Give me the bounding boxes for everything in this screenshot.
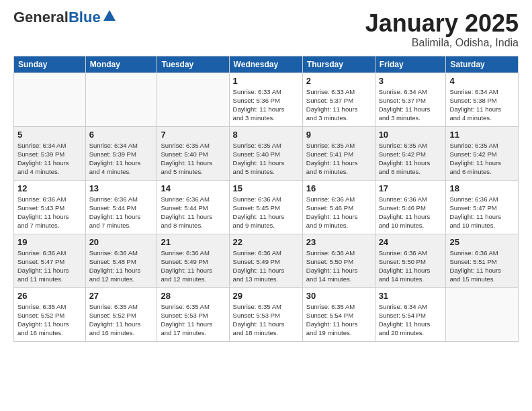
calendar-cell: 31Sunrise: 6:34 AM Sunset: 5:54 PM Dayli… (375, 287, 446, 341)
calendar-cell: 11Sunrise: 6:35 AM Sunset: 5:42 PM Dayli… (446, 126, 519, 180)
calendar-cell: 6Sunrise: 6:34 AM Sunset: 5:39 PM Daylig… (85, 126, 157, 180)
day-info: Sunrise: 6:36 AM Sunset: 5:44 PM Dayligh… (89, 195, 154, 230)
day-info: Sunrise: 6:35 AM Sunset: 5:42 PM Dayligh… (449, 141, 515, 177)
calendar-cell: 17Sunrise: 6:36 AM Sunset: 5:46 PM Dayli… (375, 180, 446, 234)
day-number: 20 (89, 237, 154, 247)
day-number: 2 (306, 76, 371, 86)
day-info: Sunrise: 6:36 AM Sunset: 5:50 PM Dayligh… (306, 248, 371, 284)
day-info: Sunrise: 6:36 AM Sunset: 5:49 PM Dayligh… (161, 248, 225, 284)
day-info: Sunrise: 6:36 AM Sunset: 5:51 PM Dayligh… (449, 248, 515, 284)
logo-general-text: General (13, 9, 69, 26)
calendar-cell: 20Sunrise: 6:36 AM Sunset: 5:48 PM Dayli… (85, 234, 157, 287)
day-info: Sunrise: 6:36 AM Sunset: 5:44 PM Dayligh… (161, 195, 225, 230)
day-info: Sunrise: 6:35 AM Sunset: 5:52 PM Dayligh… (89, 302, 154, 338)
calendar-cell: 13Sunrise: 6:36 AM Sunset: 5:44 PM Dayli… (85, 180, 157, 234)
day-number: 5 (17, 130, 82, 140)
calendar-cell: 10Sunrise: 6:35 AM Sunset: 5:42 PM Dayli… (375, 126, 446, 180)
calendar-cell: 8Sunrise: 6:35 AM Sunset: 5:40 PM Daylig… (229, 126, 302, 180)
day-info: Sunrise: 6:36 AM Sunset: 5:46 PM Dayligh… (379, 195, 443, 230)
day-info: Sunrise: 6:35 AM Sunset: 5:53 PM Dayligh… (161, 302, 225, 338)
calendar-cell: 19Sunrise: 6:36 AM Sunset: 5:47 PM Dayli… (14, 234, 86, 287)
header-thursday: Thursday (302, 56, 375, 73)
day-number: 25 (449, 237, 515, 247)
day-info: Sunrise: 6:36 AM Sunset: 5:48 PM Dayligh… (89, 248, 154, 284)
day-number: 24 (379, 237, 443, 247)
calendar-cell: 3Sunrise: 6:34 AM Sunset: 5:37 PM Daylig… (375, 73, 446, 126)
calendar-cell: 23Sunrise: 6:36 AM Sunset: 5:50 PM Dayli… (302, 234, 375, 287)
week-row: 12Sunrise: 6:36 AM Sunset: 5:43 PM Dayli… (14, 180, 519, 234)
calendar-cell: 22Sunrise: 6:36 AM Sunset: 5:49 PM Dayli… (229, 234, 302, 287)
day-info: Sunrise: 6:36 AM Sunset: 5:45 PM Dayligh… (233, 195, 299, 230)
header-tuesday: Tuesday (157, 56, 229, 73)
day-info: Sunrise: 6:34 AM Sunset: 5:38 PM Dayligh… (449, 87, 515, 123)
day-number: 15 (233, 183, 299, 193)
calendar-cell (14, 73, 86, 126)
day-number: 16 (306, 183, 371, 193)
calendar-cell: 9Sunrise: 6:35 AM Sunset: 5:41 PM Daylig… (302, 126, 375, 180)
location-subtitle: Balimila, Odisha, India (365, 37, 519, 49)
day-number: 3 (379, 76, 443, 86)
day-info: Sunrise: 6:34 AM Sunset: 5:39 PM Dayligh… (89, 141, 154, 177)
day-info: Sunrise: 6:35 AM Sunset: 5:54 PM Dayligh… (306, 302, 371, 338)
calendar-cell: 28Sunrise: 6:35 AM Sunset: 5:53 PM Dayli… (157, 287, 229, 341)
week-row: 5Sunrise: 6:34 AM Sunset: 5:39 PM Daylig… (14, 126, 519, 180)
calendar-cell: 15Sunrise: 6:36 AM Sunset: 5:45 PM Dayli… (229, 180, 302, 234)
day-number: 18 (449, 183, 515, 193)
week-row: 26Sunrise: 6:35 AM Sunset: 5:52 PM Dayli… (14, 287, 519, 341)
calendar-cell (85, 73, 157, 126)
day-info: Sunrise: 6:36 AM Sunset: 5:47 PM Dayligh… (449, 195, 515, 230)
calendar-cell: 25Sunrise: 6:36 AM Sunset: 5:51 PM Dayli… (446, 234, 519, 287)
header-sunday: Sunday (14, 56, 86, 73)
day-info: Sunrise: 6:33 AM Sunset: 5:36 PM Dayligh… (233, 87, 299, 123)
header-monday: Monday (85, 56, 157, 73)
calendar-cell: 27Sunrise: 6:35 AM Sunset: 5:52 PM Dayli… (85, 287, 157, 341)
page-header: GeneralBlue January 2025 Balimila, Odish… (13, 10, 519, 49)
day-number: 21 (161, 237, 225, 247)
day-number: 23 (306, 237, 371, 247)
day-info: Sunrise: 6:35 AM Sunset: 5:52 PM Dayligh… (17, 302, 82, 338)
day-info: Sunrise: 6:35 AM Sunset: 5:40 PM Dayligh… (161, 141, 225, 177)
day-info: Sunrise: 6:34 AM Sunset: 5:37 PM Dayligh… (379, 87, 443, 123)
day-number: 10 (379, 130, 443, 140)
week-row: 1Sunrise: 6:33 AM Sunset: 5:36 PM Daylig… (14, 73, 519, 126)
calendar-cell: 12Sunrise: 6:36 AM Sunset: 5:43 PM Dayli… (14, 180, 86, 234)
calendar-cell: 24Sunrise: 6:36 AM Sunset: 5:50 PM Dayli… (375, 234, 446, 287)
day-number: 8 (233, 130, 299, 140)
calendar-cell (157, 73, 229, 126)
day-number: 7 (161, 130, 225, 140)
weekday-header-row: Sunday Monday Tuesday Wednesday Thursday… (14, 56, 519, 73)
calendar-cell: 14Sunrise: 6:36 AM Sunset: 5:44 PM Dayli… (157, 180, 229, 234)
day-number: 22 (233, 237, 299, 247)
day-number: 1 (233, 76, 299, 86)
day-number: 14 (161, 183, 225, 193)
calendar-cell: 18Sunrise: 6:36 AM Sunset: 5:47 PM Dayli… (446, 180, 519, 234)
day-number: 30 (306, 291, 371, 301)
day-info: Sunrise: 6:36 AM Sunset: 5:43 PM Dayligh… (17, 195, 82, 230)
calendar-cell: 21Sunrise: 6:36 AM Sunset: 5:49 PM Dayli… (157, 234, 229, 287)
day-info: Sunrise: 6:35 AM Sunset: 5:42 PM Dayligh… (379, 141, 443, 177)
month-title: January 2025 (365, 10, 519, 37)
day-info: Sunrise: 6:35 AM Sunset: 5:53 PM Dayligh… (233, 302, 299, 338)
day-info: Sunrise: 6:35 AM Sunset: 5:41 PM Dayligh… (306, 141, 371, 177)
header-wednesday: Wednesday (229, 56, 302, 73)
calendar-cell: 2Sunrise: 6:33 AM Sunset: 5:37 PM Daylig… (302, 73, 375, 126)
day-number: 19 (17, 237, 82, 247)
day-info: Sunrise: 6:34 AM Sunset: 5:54 PM Dayligh… (379, 302, 443, 338)
day-info: Sunrise: 6:36 AM Sunset: 5:50 PM Dayligh… (379, 248, 443, 284)
calendar-cell: 30Sunrise: 6:35 AM Sunset: 5:54 PM Dayli… (302, 287, 375, 341)
day-number: 29 (233, 291, 299, 301)
day-number: 4 (449, 76, 515, 86)
calendar-cell: 29Sunrise: 6:35 AM Sunset: 5:53 PM Dayli… (229, 287, 302, 341)
day-number: 26 (17, 291, 82, 301)
header-saturday: Saturday (446, 56, 519, 73)
day-number: 9 (306, 130, 371, 140)
day-number: 17 (379, 183, 443, 193)
day-number: 28 (161, 291, 225, 301)
day-info: Sunrise: 6:33 AM Sunset: 5:37 PM Dayligh… (306, 87, 371, 123)
day-info: Sunrise: 6:35 AM Sunset: 5:40 PM Dayligh… (233, 141, 299, 177)
calendar-table: Sunday Monday Tuesday Wednesday Thursday… (13, 56, 519, 342)
calendar-cell: 4Sunrise: 6:34 AM Sunset: 5:38 PM Daylig… (446, 73, 519, 126)
header-friday: Friday (375, 56, 446, 73)
day-number: 12 (17, 183, 82, 193)
logo-icon (102, 9, 117, 24)
